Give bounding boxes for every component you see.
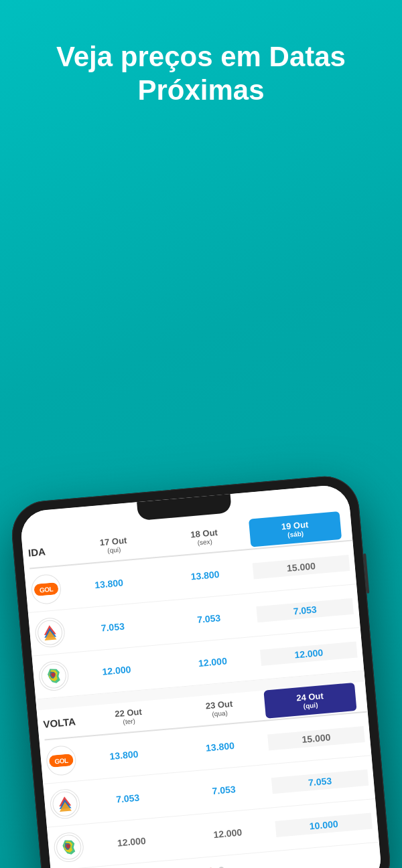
gol-logo: GOL <box>30 574 62 606</box>
gol-ida-price-1: 13.800 <box>60 572 158 596</box>
smiles-logo-volta <box>53 831 85 863</box>
latam-volta-price-2: 7.053 <box>175 778 273 802</box>
gol-volta-price-3: 15.000 <box>267 726 365 750</box>
phone-screen: IDA 17 Out (qui) 18 Out (sex) 19 Out (sá <box>19 484 383 868</box>
smiles-logo <box>38 660 70 692</box>
smiles-ida-price-3: 12.000 <box>260 642 358 666</box>
smiles-ida-price-2: 12.000 <box>164 650 262 674</box>
headline-section: Veja preços em Datas Próximas <box>0 0 402 135</box>
svg-text:GOL: GOL <box>39 586 53 594</box>
smiles-ida-price-1: 12.000 <box>68 659 165 683</box>
svg-text:GOL: GOL <box>54 757 68 766</box>
gol-ida-price-3: 15.000 <box>253 555 350 579</box>
gol-logo-volta: GOL <box>46 745 78 777</box>
phone-mockup: IDA 17 Out (qui) 18 Out (sex) 19 Out (sá <box>9 474 393 868</box>
smiles-volta-price-2: 12.000 <box>179 821 277 845</box>
latam-volta-price-3: 7.053 <box>271 770 369 794</box>
gol-volta-price-2: 13.800 <box>172 735 269 759</box>
latam-ida-price-1: 7.053 <box>64 615 161 639</box>
gol-ida-price-2: 13.800 <box>156 563 254 588</box>
phone-side-button <box>363 553 369 594</box>
phone-outer: IDA 17 Out (qui) 18 Out (sex) 19 Out (sá <box>9 474 393 868</box>
ida-label: IDA <box>27 543 68 558</box>
smiles-volta-price-1: 12.000 <box>83 830 181 854</box>
latam-ida-price-2: 7.053 <box>160 606 258 630</box>
latam-logo <box>34 616 66 648</box>
latam-logo-volta <box>49 788 81 820</box>
gol-volta-price-1: 13.800 <box>75 743 173 767</box>
latam-volta-price-1: 7.053 <box>79 786 177 810</box>
smiles-volta-price-3: 10.000 <box>275 813 373 837</box>
latam-ida-price-3: 7.053 <box>256 598 354 622</box>
volta-label: VOLTA <box>43 715 84 729</box>
app-content: IDA 17 Out (qui) 18 Out (sex) 19 Out (sá <box>19 484 383 868</box>
headline-title: Veja preços em Datas Próximas <box>40 40 362 108</box>
